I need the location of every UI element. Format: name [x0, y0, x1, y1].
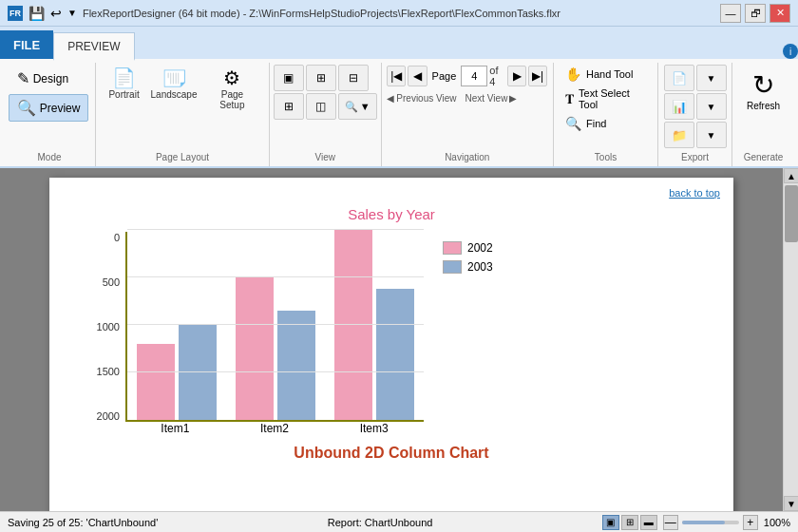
find-button[interactable]: 🔍 Find: [561, 114, 610, 133]
bar-item2-2002: [236, 277, 274, 420]
page-number-input[interactable]: [461, 66, 487, 86]
zoom-track[interactable]: [682, 521, 739, 524]
landscape-button[interactable]: 📄 Landscape: [146, 65, 201, 104]
zoom-button[interactable]: 🔍 ▼: [338, 93, 377, 120]
view-history-row: ◀ Previous View Next View ▶: [387, 93, 517, 104]
portrait-label: Portrait: [108, 89, 139, 100]
export-dropdown2-button[interactable]: ▼: [696, 93, 727, 120]
navigation-group-label: Navigation: [445, 148, 489, 162]
refresh-button[interactable]: ↻ Refresh: [738, 65, 788, 116]
content-area: back to top Sales by Year 2000 1500 1000…: [0, 168, 798, 511]
zoom-minus-button[interactable]: —: [663, 515, 678, 530]
export-pdf-button[interactable]: 📄: [664, 65, 694, 91]
page-layout-label: Page Layout: [156, 148, 209, 162]
status-right: ▣ ⊞ ▬ — + 100%: [602, 515, 790, 530]
scroll-thumb[interactable]: [785, 185, 798, 242]
refresh-icon: ↻: [752, 69, 774, 101]
scroll-down-arrow[interactable]: ▼: [784, 496, 798, 511]
quick-access-undo[interactable]: ↩: [50, 6, 62, 21]
vertical-scrollbar[interactable]: ▲ ▼: [783, 168, 798, 511]
status-center: Report: ChartUnbound: [328, 517, 433, 528]
next-page-button[interactable]: ▶: [507, 66, 526, 86]
bar-item3-2003: [376, 289, 414, 420]
bar-item1-2002: [137, 344, 175, 420]
refresh-label: Refresh: [747, 101, 780, 111]
design-icon: ✎: [17, 69, 29, 87]
legend-item-2002: 2002: [443, 241, 493, 255]
export-dropdown1-button[interactable]: ▼: [696, 65, 727, 91]
export-other-button[interactable]: 📊: [664, 93, 694, 120]
ribbon-body: ✎ Design 🔍 Preview Mode 📄 Portrait: [0, 59, 798, 166]
view-grid-btn[interactable]: ⊞: [621, 515, 638, 530]
chart-container: Sales by Year 2000 1500 1000 500 0: [68, 197, 714, 471]
page-layout-group: 📄 Portrait 📄 Landscape ⚙ Page Setup Page…: [96, 63, 270, 166]
back-to-top-link[interactable]: back to top: [669, 187, 720, 199]
chart-body: 2000 1500 1000 500 0: [87, 232, 695, 435]
text-select-label: Text Select Tool: [579, 87, 646, 110]
grid-line-1000: [127, 324, 424, 325]
text-select-tool-button[interactable]: 𝐓 Text Select Tool: [561, 86, 650, 112]
page-setup-button[interactable]: ⚙ Page Setup: [203, 65, 261, 114]
status-left: Saving 25 of 25: 'ChartUnbound': [8, 517, 158, 528]
chart-legend: 2002 2003: [424, 232, 503, 435]
mode-buttons: ✎ Design 🔍 Preview: [9, 65, 89, 122]
mode-group-label: Mode: [38, 148, 62, 162]
next-view-arrow: ▶: [509, 93, 517, 104]
view-group: ▣ ⊞ ⊟ ⊞ ◫ 🔍 ▼ View: [270, 63, 382, 166]
view-group-label: View: [314, 148, 335, 162]
portrait-button[interactable]: 📄 Portrait: [104, 65, 144, 104]
find-icon: 🔍: [565, 116, 581, 131]
design-mode-button[interactable]: ✎ Design: [9, 65, 89, 92]
zoom-fill: [682, 521, 725, 524]
window-title: FlexReportDesigner (64 bit mode) - Z:\Wi…: [83, 8, 560, 19]
tab-file[interactable]: FILE: [0, 30, 53, 59]
legend-label-2002: 2002: [467, 241, 493, 255]
chart-with-axes: 2000 1500 1000 500 0: [87, 232, 424, 435]
title-bar-dropdown[interactable]: ▼: [67, 8, 77, 18]
close-button[interactable]: ✕: [770, 4, 790, 23]
find-label: Find: [586, 118, 606, 129]
preview-mode-button[interactable]: 🔍 Preview: [9, 94, 89, 122]
tab-preview[interactable]: PREVIEW: [53, 32, 134, 61]
page-setup-icon: ⚙: [223, 68, 240, 87]
view-option2-button[interactable]: ⊞: [274, 93, 304, 120]
landscape-label: Landscape: [151, 89, 198, 100]
page-navigation-row: |◀ ◀ Page of 4 ▶ ▶|: [387, 65, 547, 87]
view-facing-button[interactable]: ⊟: [338, 65, 369, 91]
scroll-up-arrow[interactable]: ▲: [784, 168, 798, 183]
view-option3-button[interactable]: ◫: [306, 93, 336, 120]
zoom-percent-label: 100%: [764, 517, 790, 528]
zoom-plus-button[interactable]: +: [743, 515, 758, 530]
info-icon[interactable]: i: [783, 44, 798, 59]
mode-group: ✎ Design 🔍 Preview Mode: [4, 63, 96, 166]
tools-group: ✋ Hand Tool 𝐓 Text Select Tool 🔍 Find To…: [554, 63, 658, 166]
status-bar: Saving 25 of 25: 'ChartUnbound' Report: …: [0, 511, 798, 532]
next-view-button[interactable]: Next View ▶: [466, 93, 518, 104]
zoom-icon: 🔍: [345, 101, 358, 113]
restore-button[interactable]: 🗗: [745, 4, 766, 23]
last-page-button[interactable]: ▶|: [528, 66, 547, 86]
legend-item-2003: 2003: [443, 260, 493, 274]
page-of-label: of 4: [489, 65, 505, 87]
first-page-button[interactable]: |◀: [387, 66, 406, 86]
view-single-button[interactable]: ▣: [274, 65, 304, 91]
quick-access-save[interactable]: 💾: [28, 6, 45, 21]
bar-item1-2003: [179, 325, 217, 420]
view-continuous-button[interactable]: ⊞: [306, 65, 336, 91]
app-icon: FR: [8, 6, 23, 21]
previous-view-button[interactable]: ◀ Previous View: [387, 93, 456, 104]
chart-subtitle: Unbound 2D Column Chart: [87, 445, 695, 462]
zoom-value: ▼: [360, 101, 370, 112]
export-group: 📄 ▼ 📊 ▼ 📁 ▼ Export: [658, 63, 732, 166]
report-page: back to top Sales by Year 2000 1500 1000…: [49, 178, 733, 511]
hand-tool-button[interactable]: ✋ Hand Tool: [561, 65, 636, 84]
view-wide-btn[interactable]: ▬: [640, 515, 657, 530]
main-area: back to top Sales by Year 2000 1500 1000…: [0, 168, 783, 511]
grid-line-2000: [127, 229, 424, 230]
export-dropdown3-button[interactable]: ▼: [696, 122, 727, 148]
export-option3-button[interactable]: 📁: [664, 122, 694, 148]
view-single-page-btn[interactable]: ▣: [602, 515, 619, 530]
prev-page-button[interactable]: ◀: [408, 66, 427, 86]
minimize-button[interactable]: —: [720, 4, 741, 23]
y-axis: 2000 1500 1000 500 0: [87, 232, 125, 422]
